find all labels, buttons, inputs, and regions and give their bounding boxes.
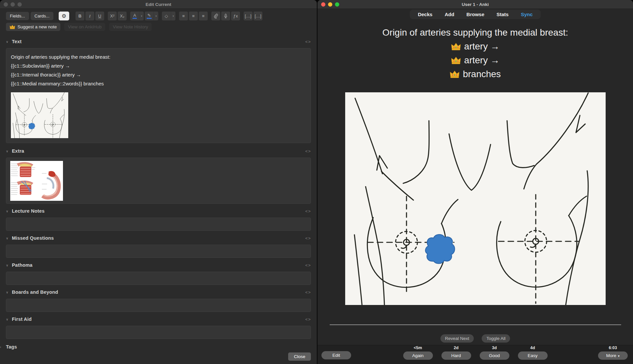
ankihub-toolbar: Suggest a new note View on AnkiHub View … <box>0 22 317 34</box>
nav-tabstrip: DecksAddBrowseStatsSync <box>410 10 540 19</box>
field-input[interactable] <box>6 245 311 258</box>
html-editor-toggle-icon[interactable]: <> <box>305 209 311 214</box>
html-editor-toggle-icon[interactable]: <> <box>305 290 311 295</box>
highlight-color-dropdown[interactable]: ▾ <box>154 12 158 20</box>
tags-collapse-chevron-icon[interactable]: › <box>0 345 6 349</box>
collapse-chevron-icon[interactable]: ∨ <box>6 40 12 44</box>
field-text-line: Origin of arteries supplying the medial … <box>11 52 306 61</box>
suggest-new-note-button[interactable]: Suggest a new note <box>6 23 60 31</box>
record-audio-button[interactable] <box>221 12 230 20</box>
zoom-window-button[interactable] <box>335 2 339 7</box>
interval-label: 4d <box>530 346 535 350</box>
field-first-aid: ∨First Aid<> <box>6 315 311 339</box>
text-color-button[interactable]: A <box>130 12 139 20</box>
settings-gear-icon[interactable]: ⚙ <box>59 12 69 20</box>
cards-button[interactable]: Cards... <box>31 12 54 20</box>
unordered-list-button[interactable]: ≡ <box>179 12 188 20</box>
field-missed-questions: ∨Missed Questions<> <box>6 234 311 258</box>
field-input[interactable] <box>6 299 311 312</box>
more-button[interactable]: More▾ <box>598 351 628 360</box>
edit-button[interactable]: Edit <box>321 351 351 359</box>
field-label: Boards and Beyond <box>12 289 58 295</box>
tags-label[interactable]: Tags <box>6 344 17 349</box>
minimize-window-button[interactable] <box>328 2 332 7</box>
subscript-icon: X₂ <box>120 14 125 18</box>
unordered-list-icon: ≡ <box>182 14 185 18</box>
cloze-same-button[interactable]: […] <box>254 12 262 20</box>
indent-button[interactable]: ≡ <box>199 12 208 20</box>
close-window-button[interactable] <box>321 2 325 7</box>
cloze-same-icon: […] <box>255 14 261 18</box>
interval-label: 2d <box>454 346 459 350</box>
close-button[interactable]: Close <box>288 352 311 361</box>
hard-button[interactable]: Hard <box>441 351 471 360</box>
collapse-chevron-icon[interactable]: ∨ <box>6 149 12 153</box>
cloze-new-button[interactable]: […] <box>244 12 253 20</box>
cloze-line[interactable]: branches <box>317 67 633 81</box>
subscript-button[interactable]: X₂ <box>118 12 127 20</box>
main-nav: DecksAddBrowseStatsSync <box>317 10 633 19</box>
bold-icon: B <box>78 14 81 18</box>
again-button[interactable]: Again <box>403 351 433 360</box>
field-input[interactable] <box>6 218 311 231</box>
collapse-chevron-icon[interactable]: ∨ <box>6 236 12 240</box>
close-window-button[interactable] <box>4 2 8 7</box>
toggle-all-button[interactable]: Toggle All <box>482 334 510 343</box>
crown-icon <box>451 56 461 65</box>
tab-add[interactable]: Add <box>445 12 454 17</box>
tab-stats[interactable]: Stats <box>497 12 509 17</box>
field-label: Lecture Notes <box>12 208 45 214</box>
breast-diagram-sketch <box>345 92 606 305</box>
field-input[interactable] <box>6 326 311 339</box>
highlight-color-button[interactable]: ✎ <box>145 12 154 20</box>
window-title: User 1 - Anki <box>317 2 633 7</box>
field-label: Extra <box>12 148 24 154</box>
cloze-text: branches <box>463 67 501 81</box>
remove-formatting-button[interactable]: ◇ <box>162 12 171 20</box>
underline-button[interactable]: U <box>95 12 104 20</box>
html-editor-toggle-icon[interactable]: <> <box>305 39 311 44</box>
text-color-dropdown[interactable]: ▾ <box>139 12 144 20</box>
tab-browse[interactable]: Browse <box>467 12 484 17</box>
underline-icon: U <box>98 14 101 18</box>
reveal-next-button[interactable]: Reveal Next <box>440 334 474 343</box>
field-input[interactable]: Origin of arteries supplying the medial … <box>6 48 311 143</box>
collapse-chevron-icon[interactable]: ∨ <box>6 263 12 267</box>
tumor-marker <box>425 234 455 263</box>
tab-sync[interactable]: Sync <box>521 12 533 17</box>
field-input[interactable] <box>6 158 311 204</box>
math-equations-button[interactable]: ƒx <box>231 12 240 20</box>
superscript-icon: X² <box>110 14 114 18</box>
collapse-chevron-icon[interactable]: ∨ <box>6 290 12 294</box>
answer-bar: Edit <5mAgain2dHard3dGood4dEasy 6:03 Mor… <box>317 345 633 364</box>
crown-icon <box>451 43 461 51</box>
easy-button[interactable]: Easy <box>518 351 548 360</box>
breast-anatomy-illustration-thumbnail <box>10 161 63 201</box>
cloze-line[interactable]: artery → <box>317 53 633 67</box>
cloze-line[interactable]: artery → <box>317 40 633 53</box>
html-editor-toggle-icon[interactable]: <> <box>305 149 311 154</box>
html-editor-toggle-icon[interactable]: <> <box>305 317 311 322</box>
italic-icon: I <box>89 14 90 19</box>
html-editor-toggle-icon[interactable]: <> <box>305 236 311 241</box>
field-input[interactable] <box>6 272 311 285</box>
ordered-list-button[interactable]: ≡ <box>189 12 198 20</box>
html-editor-toggle-icon[interactable]: <> <box>305 263 311 268</box>
bold-button[interactable]: B <box>75 12 84 20</box>
field-text-line: {{c1::Medial mammary::2words}} branches <box>11 79 306 88</box>
tab-decks[interactable]: Decks <box>418 12 432 17</box>
good-button[interactable]: Good <box>480 351 509 360</box>
collapse-chevron-icon[interactable]: ∨ <box>6 209 12 213</box>
remove-formatting-dropdown[interactable]: ▾ <box>171 12 175 20</box>
italic-button[interactable]: I <box>85 12 94 20</box>
zoom-window-button[interactable] <box>17 2 22 7</box>
attach-file-button[interactable] <box>211 12 220 20</box>
minimize-window-button[interactable] <box>11 2 15 7</box>
card-question: Origin of arteries supplying the medial … <box>317 26 633 81</box>
fields-button[interactable]: Fields... <box>6 12 29 20</box>
crown-icon <box>450 70 460 78</box>
superscript-button[interactable]: X² <box>108 12 117 20</box>
field-pathoma: ∨Pathoma<> <box>6 261 311 285</box>
window-controls <box>4 2 22 7</box>
collapse-chevron-icon[interactable]: ∨ <box>6 318 12 321</box>
